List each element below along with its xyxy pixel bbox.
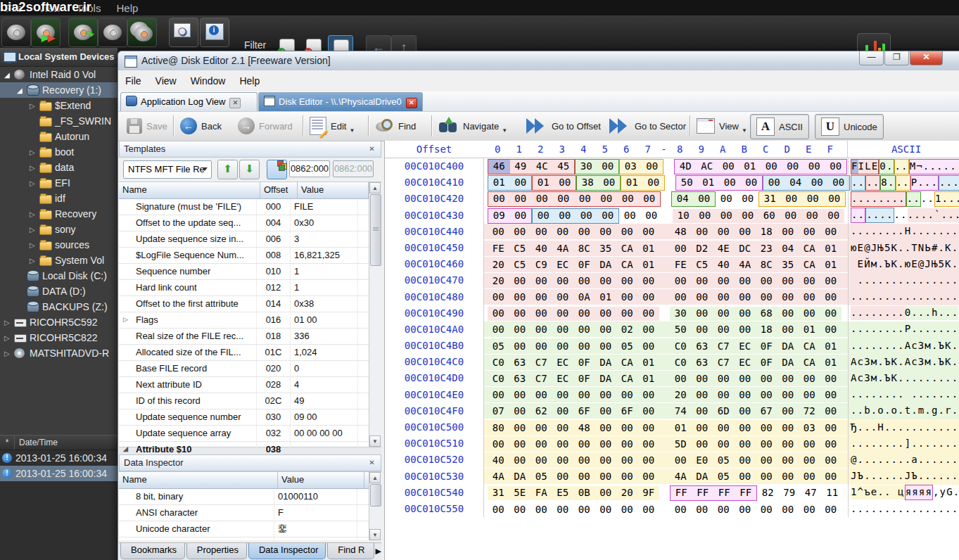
sidebar-item-data-d[interactable]: DATA (D:) (0, 284, 118, 299)
hex-row[interactable]: 00C010C4F0070062006F006F0074006D00670072… (385, 403, 959, 419)
sidebar-item-data[interactable]: ▷data (0, 160, 118, 175)
hex-byte[interactable]: EC (552, 258, 574, 272)
hex-byte[interactable]: DA (777, 340, 799, 353)
ascii-area[interactable]: юЕ@JЊ5К..ТNЬ#.К. (848, 240, 959, 256)
hex-byte[interactable]: 00 (638, 323, 660, 336)
hex-byte[interactable]: 4A (670, 470, 692, 483)
hex-byte[interactable]: C0 (488, 356, 509, 369)
sidebar-item-fs-swrin[interactable]: _FS_SWRIN (0, 113, 118, 129)
dock-tab-find-r[interactable]: Find R (327, 543, 374, 559)
tab-close-icon[interactable]: ✕ (406, 98, 417, 108)
hex-byte[interactable]: 00 (713, 274, 735, 288)
hex-byte[interactable]: 00 (595, 454, 617, 467)
hex-bytes-area[interactable]: 09000000000000001000000060000000 (484, 208, 848, 224)
hex-byte[interactable]: 00 (573, 225, 595, 238)
sidebar-item-idf[interactable]: idf (0, 191, 118, 206)
hex-byte[interactable]: 00 (782, 160, 804, 173)
hex-byte[interactable]: 00 (531, 274, 552, 288)
hex-byte[interactable]: 00 (737, 209, 759, 222)
hex-byte[interactable]: 00 (694, 209, 716, 222)
hex-byte[interactable]: 00 (638, 225, 660, 238)
hex-byte[interactable]: DA (595, 356, 617, 369)
hex-byte[interactable]: 00 (509, 225, 531, 238)
hex-byte[interactable]: 8C (573, 242, 595, 255)
hex-byte[interactable]: 00 (735, 323, 756, 336)
hex-byte[interactable]: DA (777, 356, 799, 369)
hex-byte[interactable]: 00 (820, 438, 842, 451)
hex-byte[interactable]: 35 (777, 258, 799, 272)
hex-byte[interactable]: 00 (573, 438, 595, 451)
hex-byte[interactable]: 00 (692, 291, 713, 304)
dock-tab-data-inspector[interactable]: Data Inspector (248, 543, 326, 559)
hex-byte[interactable]: DA (692, 470, 713, 483)
hex-byte[interactable]: 63 (692, 356, 713, 369)
hex-byte[interactable]: 00 (777, 454, 799, 467)
hex-byte[interactable]: 00 (820, 421, 842, 435)
hex-byte[interactable]: 00 (761, 160, 782, 173)
hex-byte[interactable]: 00 (713, 421, 735, 435)
hex-byte[interactable]: 09 (488, 209, 510, 222)
close-button[interactable]: ✕ (910, 51, 943, 65)
hex-byte[interactable]: 01 (638, 258, 660, 272)
hex-byte[interactable]: 01 (820, 356, 842, 369)
menu-item-help[interactable]: Help (116, 2, 138, 14)
sidebar-item-ricohr5c822[interactable]: ▷RICOHR5C822 (0, 330, 118, 345)
hex-byte[interactable]: 00 (595, 323, 617, 336)
hex-byte[interactable]: 00 (552, 340, 574, 353)
hex-byte[interactable]: 00 (552, 503, 574, 516)
hex-byte[interactable]: 00 (799, 291, 820, 304)
hex-byte[interactable]: 07 (488, 405, 509, 418)
hex-row[interactable]: 00C010C4E0000000000000000020000000000000… (385, 387, 959, 403)
hex-byte[interactable]: 00 (488, 503, 509, 516)
hex-byte[interactable]: 00 (799, 307, 820, 320)
hex-byte[interactable]: 00 (737, 192, 759, 205)
hex-byte[interactable]: 00 (713, 291, 735, 304)
template-field-row[interactable]: Update sequence array03200 00 00 00 (119, 426, 381, 442)
hex-byte[interactable]: D2 (692, 242, 713, 255)
inspector-row[interactable]: 8 bit, binary01000110 (119, 489, 381, 505)
hex-byte[interactable]: 50 (670, 323, 692, 336)
hex-byte[interactable]: 11 (822, 486, 844, 499)
hex-byte[interactable]: 00 (692, 323, 713, 336)
scroll-up-icon[interactable]: ▲ (369, 472, 381, 483)
hex-byte[interactable]: 30 (576, 160, 597, 173)
goto-offset-button[interactable]: Go to Offset (526, 114, 601, 138)
tab-scroll-right-icon[interactable]: ▶ (376, 543, 381, 560)
hex-byte[interactable]: 46 (488, 160, 510, 173)
hex-byte[interactable]: 00 (670, 242, 692, 255)
hex-byte[interactable]: FF (692, 486, 714, 499)
editor-menu-file[interactable]: File (118, 74, 148, 88)
hex-bytes-area[interactable]: 000000000A0100000000000000000000 (484, 289, 848, 305)
hex-byte[interactable]: 0A (573, 291, 595, 304)
ascii-area[interactable]: ................ (848, 289, 959, 305)
save-button[interactable]: Save (127, 114, 167, 138)
next-record-button[interactable]: ⬇ (239, 160, 260, 179)
hex-byte[interactable]: 01 (488, 176, 510, 189)
hex-byte[interactable]: 00 (509, 307, 531, 320)
hex-byte[interactable]: C0 (670, 356, 692, 369)
sidebar-item-recovery[interactable]: ▷Recovery (0, 206, 118, 222)
hex-byte[interactable]: 35 (595, 242, 617, 255)
ascii-area[interactable]: Ђ...H........... (848, 419, 959, 435)
hex-byte[interactable]: 00 (616, 438, 638, 451)
hex-byte[interactable]: 4A (488, 470, 509, 483)
hex-byte[interactable]: 00 (576, 209, 597, 222)
hex-byte[interactable]: 6D (713, 405, 735, 418)
ascii-area[interactable]: ........ ....... (848, 387, 959, 403)
template-field-row[interactable]: $LogFile Sequence Num...00816,821,325 (119, 248, 381, 264)
hex-byte[interactable]: 00 (713, 307, 735, 320)
hex-byte[interactable]: 00 (799, 470, 820, 483)
hex-byte[interactable]: 20 (488, 274, 509, 288)
hex-byte[interactable]: 00 (801, 209, 823, 222)
hex-byte[interactable]: 00 (670, 372, 692, 386)
hex-byte[interactable]: 00 (692, 503, 713, 516)
hex-byte[interactable]: 45 (553, 160, 575, 173)
hex-byte[interactable]: 05 (531, 470, 552, 483)
hex-byte[interactable]: 00 (802, 192, 824, 205)
hex-byte[interactable]: 00 (533, 209, 554, 222)
hex-byte[interactable]: 00 (756, 470, 777, 483)
expand-icon[interactable]: ▷ (4, 331, 13, 345)
hex-byte[interactable]: 00 (531, 388, 552, 402)
hex-byte[interactable]: 00 (735, 274, 756, 288)
hex-byte[interactable]: 63 (692, 340, 713, 353)
